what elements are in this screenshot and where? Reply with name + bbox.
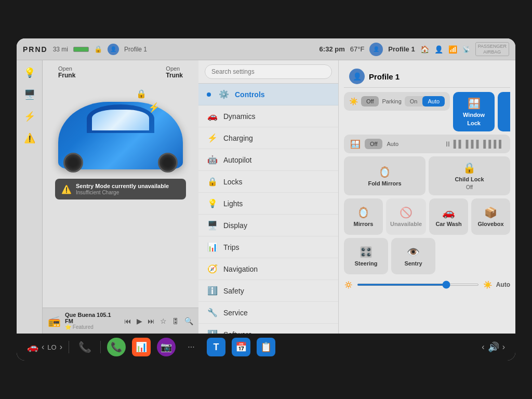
- headlights-off-btn[interactable]: Off: [361, 96, 379, 107]
- car-taskbar-icon[interactable]: 🚗: [27, 341, 38, 353]
- menu-item-controls[interactable]: ⚙️ Controls: [198, 84, 338, 105]
- safety-icon: ℹ️: [207, 286, 218, 296]
- sidebar-icon-alert[interactable]: ⚠️: [22, 131, 37, 145]
- eq-button[interactable]: 🎛: [172, 317, 179, 325]
- car-wash-button[interactable]: 🚗 Car Wash: [429, 198, 468, 235]
- trips-icon: 📊: [207, 242, 218, 252]
- fold-mirrors-icon: 🪞: [378, 166, 391, 178]
- home-icon[interactable]: 🏠: [420, 45, 429, 54]
- skip-button[interactable]: ⏭: [148, 317, 155, 325]
- menu-items: ⚙️ Controls 🚗 Dynamics ⚡ Charging 🤖 Auto…: [198, 84, 338, 334]
- software-icon: ⬇️: [207, 329, 218, 334]
- wipers-toggle: Off: [365, 139, 382, 149]
- car-wheel-left: [63, 153, 83, 172]
- brightness-auto-label: Auto: [496, 281, 510, 288]
- row-4: 🪞 Mirrors 🚫 Unavailable 🚗 Car Wash 📦 Glo…: [344, 198, 510, 235]
- alert-warning-icon: ⚠️: [61, 184, 72, 194]
- wiper-speed-2[interactable]: ▌▌: [454, 140, 464, 148]
- lo-label: LO: [47, 343, 56, 351]
- sentry-icon: 👁️: [407, 246, 420, 258]
- profile-label: Profile 1: [388, 45, 415, 53]
- car-lock-icon: 🔒: [136, 89, 147, 99]
- menu-item-service[interactable]: 🔧 Service: [198, 302, 338, 324]
- menu-item-software[interactable]: ⬇️ Software: [198, 324, 338, 334]
- camera-taskbar-icon[interactable]: 📷: [157, 338, 176, 356]
- search-music-button[interactable]: 🔍: [184, 317, 193, 325]
- sidebar-icon-display[interactable]: 🖥️: [22, 87, 37, 102]
- wiper-speed-4[interactable]: ▌▌▌▌: [483, 140, 504, 148]
- mirrors-icon: 🪞: [357, 206, 370, 219]
- phone-taskbar-icon[interactable]: 📞: [75, 338, 94, 356]
- phone-green-icon[interactable]: 📞: [107, 338, 126, 356]
- headlights-auto-btn[interactable]: Auto: [422, 96, 445, 107]
- child-lock-button[interactable]: 🔒 Child Lock Off: [429, 156, 510, 195]
- headlights-button[interactable]: 💡: [498, 92, 510, 131]
- menu-item-display[interactable]: 🖥️ Display: [198, 215, 338, 236]
- headlights-on-btn[interactable]: On: [405, 96, 423, 107]
- calendar-taskbar-icon[interactable]: 📅: [232, 338, 250, 356]
- music-taskbar-icon[interactable]: 📊: [132, 338, 151, 356]
- favorite-button[interactable]: ☆: [160, 317, 167, 325]
- notes-taskbar-icon[interactable]: 📋: [257, 338, 275, 356]
- steering-icon: 🎛️: [360, 246, 373, 258]
- locks-icon: 🔒: [207, 177, 218, 187]
- menu-item-lights[interactable]: 💡 Lights: [198, 193, 338, 215]
- lock-icon: 🔒: [94, 45, 102, 53]
- rewind-button[interactable]: ⏮: [124, 317, 131, 325]
- menu-item-dynamics[interactable]: 🚗 Dynamics: [198, 105, 338, 127]
- fold-mirrors-button[interactable]: 🪞 Fold Mirrors: [344, 156, 425, 195]
- menu-label-locks: Locks: [223, 178, 243, 186]
- glovebox-button[interactable]: 📦 Glovebox: [471, 198, 510, 235]
- tesla-screen: PRND 33 mi 🔒 👤 Profile 1 6:32 pm 67°F 👤 …: [17, 38, 515, 361]
- menu-item-charging[interactable]: ⚡ Charging: [198, 127, 338, 149]
- text-taskbar-icon[interactable]: T: [207, 338, 225, 356]
- frunk-button[interactable]: Open Frunk: [58, 65, 75, 79]
- dots-taskbar-icon[interactable]: ···: [182, 338, 201, 356]
- wiper-speed-3[interactable]: ▌▌▌: [466, 140, 482, 148]
- car-wheel-right: [158, 153, 178, 172]
- sidebar-icon-headlights[interactable]: 💡: [22, 65, 37, 80]
- spacer: [438, 238, 510, 274]
- search-bar: [198, 60, 338, 84]
- unavailable-label: Unavailable: [390, 221, 422, 227]
- wiper-speed-1[interactable]: ⏸: [444, 140, 451, 148]
- child-lock-sub: Off: [466, 184, 473, 190]
- sidebar-icon-energy[interactable]: ⚡: [22, 109, 37, 124]
- taskbar-right: ‹ 🔊 ›: [482, 341, 505, 353]
- menu-label-charging: Charging: [223, 134, 253, 142]
- car-labels-top: Open Frunk Open Trunk: [48, 65, 193, 79]
- steering-button[interactable]: 🎛️ Steering: [344, 238, 388, 274]
- window-lock-button[interactable]: 🪟 Window Lock: [453, 92, 495, 131]
- menu-item-safety[interactable]: ℹ️ Safety: [198, 280, 338, 302]
- taskbar-chevron-right[interactable]: ›: [60, 342, 62, 352]
- trunk-button[interactable]: Open Trunk: [166, 65, 183, 79]
- brightness-slider[interactable]: [357, 284, 479, 286]
- wipers-off-btn[interactable]: Off: [365, 139, 382, 149]
- search-input[interactable]: [205, 64, 332, 79]
- headlights-sun-icon: ☀️: [349, 97, 358, 105]
- play-button[interactable]: ▶: [137, 317, 142, 325]
- volume-chevron-left[interactable]: ‹: [482, 342, 484, 352]
- mirrors-button[interactable]: 🪞 Mirrors: [344, 198, 383, 235]
- volume-chevron-right[interactable]: ›: [502, 342, 505, 352]
- music-info: Que Buena 105.1 FM ⭐ Featured: [65, 312, 120, 330]
- active-dot: [207, 92, 211, 97]
- sentry-button[interactable]: 👁️ Sentry: [391, 238, 435, 274]
- menu-item-locks[interactable]: 🔒 Locks: [198, 171, 338, 193]
- prnd-display: PRND: [23, 45, 48, 54]
- charging-bolt-icon: ⚡: [148, 102, 159, 113]
- menu-item-navigation[interactable]: 🧭 Navigation: [198, 258, 338, 280]
- music-bar: 📻 Que Buena 105.1 FM ⭐ Featured ⏮ ▶ ⏭ ☆ …: [43, 308, 198, 334]
- menu-label-service: Service: [223, 309, 248, 317]
- car-image: ⚡ 🔒: [53, 86, 188, 169]
- car-window: [92, 110, 149, 130]
- window-lock-label: Window: [463, 112, 485, 118]
- taskbar-chevron-left[interactable]: ‹: [42, 342, 44, 352]
- passenger-airbag-indicator: PASSENGERAIRBAG: [475, 42, 509, 57]
- child-lock-icon: 🔒: [463, 162, 476, 174]
- menu-item-trips[interactable]: 📊 Trips: [198, 236, 338, 258]
- menu-item-autopilot[interactable]: 🤖 Autopilot: [198, 149, 338, 171]
- lights-icon: 💡: [207, 198, 218, 208]
- volume-icon[interactable]: 🔊: [488, 341, 499, 353]
- alert-text: Sentry Mode currently unavailable Insuff…: [76, 183, 169, 195]
